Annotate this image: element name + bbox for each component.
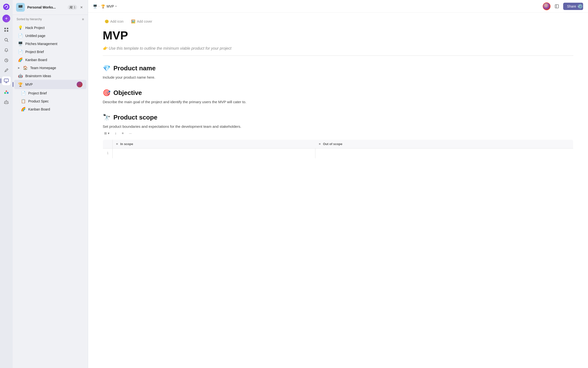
sidebar-item-label: MVP xyxy=(25,83,74,86)
breadcrumb-current-page[interactable]: 🏆 MVP ▾ xyxy=(101,4,117,8)
sidebar-item-project-brief-2[interactable]: 📄 Project Brief xyxy=(14,89,86,97)
component-icon[interactable] xyxy=(2,88,11,96)
search-icon[interactable] xyxy=(2,36,11,44)
svg-point-0 xyxy=(3,4,9,10)
out-scope-cell[interactable] xyxy=(315,148,573,158)
sort-button[interactable]: ↕ xyxy=(113,130,118,136)
table-toolbar: ⊞ ▾ ↕ ≡ ··· xyxy=(103,129,573,137)
product-name-body[interactable]: Include your product name here. xyxy=(103,74,573,80)
in-scope-cell[interactable] xyxy=(113,148,315,158)
sort-label: Sorted by hierarchy xyxy=(17,18,42,21)
app-logo[interactable] xyxy=(2,2,11,11)
sort-options-icon[interactable]: ≡ xyxy=(82,17,84,21)
sidebar-item-product-spec[interactable]: 📋 Product Spec xyxy=(14,97,86,105)
sidebar-item-label: Brainstorm Ideas xyxy=(25,74,83,78)
sidebar-item-label: Project Brief xyxy=(25,50,83,54)
add-cover-button[interactable]: 🖼️ Add cover xyxy=(129,18,154,24)
more-icon: ··· xyxy=(129,131,132,135)
recent-icon[interactable] xyxy=(2,56,11,65)
image-icon: 🖼️ xyxy=(131,19,135,23)
new-page-button[interactable]: + xyxy=(2,15,10,22)
table-view-button[interactable]: ⊞ ▾ xyxy=(103,130,111,136)
workspace-icon: 🖥️ xyxy=(16,3,25,12)
add-icon-button[interactable]: 🙂 Add icon xyxy=(103,18,125,24)
product-scope-emoji: 🔭 xyxy=(103,114,110,121)
notifications-icon[interactable] xyxy=(2,46,11,55)
chevron-down-icon: ▾ xyxy=(115,5,117,8)
settings-icon[interactable]: ⚙️ xyxy=(576,2,584,10)
section-heading: 🔭 Product scope xyxy=(103,114,573,121)
svg-line-6 xyxy=(7,41,8,42)
team-homepage-icon: 🏠 xyxy=(23,65,28,70)
objective-emoji: 🎯 xyxy=(103,89,110,97)
section-heading: 🎯 Objective xyxy=(103,89,573,97)
in-scope-header: ≡ In scope xyxy=(113,139,315,148)
svg-point-17 xyxy=(6,100,7,101)
bot-icon[interactable] xyxy=(2,98,11,107)
sidebar-item-kanban-board-2[interactable]: 🌈 Kanban Board xyxy=(14,105,86,113)
expand-chevron-icon: ▶ xyxy=(18,66,20,69)
smiley-icon: 🙂 xyxy=(105,19,109,23)
svg-point-15 xyxy=(7,102,7,103)
sidebar-item-project-brief-1[interactable]: 📄 Project Brief xyxy=(14,48,86,56)
breadcrumb-workspace[interactable]: 🖥️ xyxy=(93,4,97,8)
breadcrumb-separator: › xyxy=(99,5,100,8)
page-subtitle: 👉 Use this template to outline the minim… xyxy=(103,46,573,51)
in-scope-col-icon: ≡ xyxy=(116,142,118,146)
scope-table: ≡ In scope ≡ Out of scope 1 xyxy=(103,139,573,158)
sidebar-item-label: Kanban Board xyxy=(28,107,83,111)
members-badge[interactable]: 1 xyxy=(68,5,77,10)
sidebar-item-untitled-page[interactable]: 📄 Untitled page xyxy=(14,32,86,40)
left-rail: + xyxy=(0,0,13,368)
svg-rect-11 xyxy=(7,92,9,94)
more-options-button[interactable]: ··· xyxy=(128,130,133,136)
mvp-icon: 🏆 xyxy=(18,82,23,87)
workspace-name: Personal Works... xyxy=(27,5,65,9)
objective-body[interactable]: Describe the main goal of the project an… xyxy=(103,99,573,105)
product-spec-icon: 📋 xyxy=(21,99,26,103)
svg-point-12 xyxy=(4,92,6,94)
avatar xyxy=(77,82,83,87)
svg-rect-8 xyxy=(4,79,9,82)
out-scope-col-icon: ≡ xyxy=(319,142,321,146)
sidebar-item-label: Hack Project xyxy=(25,26,83,30)
product-scope-body: Set product boundaries and expectations … xyxy=(103,124,573,129)
section-product-scope: 🔭 Product scope Set product boundaries a… xyxy=(103,114,573,158)
avatar[interactable] xyxy=(543,2,551,10)
svg-point-5 xyxy=(5,38,8,41)
monitor-icon[interactable] xyxy=(2,76,11,85)
sidebar-item-kanban-board-1[interactable]: 🌈 Kanban Board xyxy=(14,56,86,64)
row-num-header xyxy=(103,139,113,148)
svg-rect-1 xyxy=(4,28,6,29)
current-page-name: MVP xyxy=(107,4,114,8)
close-sidebar-button[interactable]: ✕ xyxy=(79,4,84,10)
section-objective: 🎯 Objective Describe the main goal of th… xyxy=(103,89,573,105)
sidebar-item-pitches-management[interactable]: 🖥️ Pitches Management xyxy=(14,40,86,48)
sidebar-item-label: Kanban Board xyxy=(25,58,83,62)
objective-heading: Objective xyxy=(113,89,142,97)
members-count: 1 xyxy=(74,6,75,9)
sidebar-item-brainstorm-ideas[interactable]: 🤖 Brainstorm Ideas xyxy=(14,72,86,80)
product-scope-heading: Product scope xyxy=(113,114,157,121)
table-row: 1 xyxy=(103,148,573,158)
untitled-page-icon: 📄 xyxy=(18,33,23,38)
svg-rect-4 xyxy=(7,30,8,32)
sidebar-item-hack-project[interactable]: 💡 Hack Project xyxy=(14,24,86,32)
edit-icon[interactable] xyxy=(2,66,11,75)
svg-rect-3 xyxy=(4,30,6,32)
expand-view-button[interactable] xyxy=(553,2,561,10)
sidebar-item-label: Untitled page xyxy=(25,34,83,38)
grid-icon[interactable] xyxy=(2,25,11,34)
filter-button[interactable]: ≡ xyxy=(120,130,125,136)
topbar: 🖥️ › 🏆 MVP ▾ Share ▾ xyxy=(88,0,588,13)
sidebar-item-team-homepage[interactable]: ▶ 🏠 Team Homepage xyxy=(14,64,86,72)
sidebar: 🖥️ Personal Works... 1 ✕ Sorted by hiera… xyxy=(13,0,88,368)
page-actions: 🙂 Add icon 🖼️ Add cover xyxy=(103,18,573,24)
sidebar-item-mvp[interactable]: 🏆 MVP xyxy=(14,80,86,89)
product-name-heading: Product name xyxy=(113,64,156,72)
section-heading: 💎 Product name xyxy=(103,64,573,72)
sidebar-item-label: Project Brief xyxy=(28,91,83,95)
table-view-icon: ⊞ xyxy=(104,131,107,135)
breadcrumb: 🖥️ › 🏆 MVP ▾ xyxy=(93,4,541,8)
sidebar-item-label: Product Spec xyxy=(28,99,83,103)
